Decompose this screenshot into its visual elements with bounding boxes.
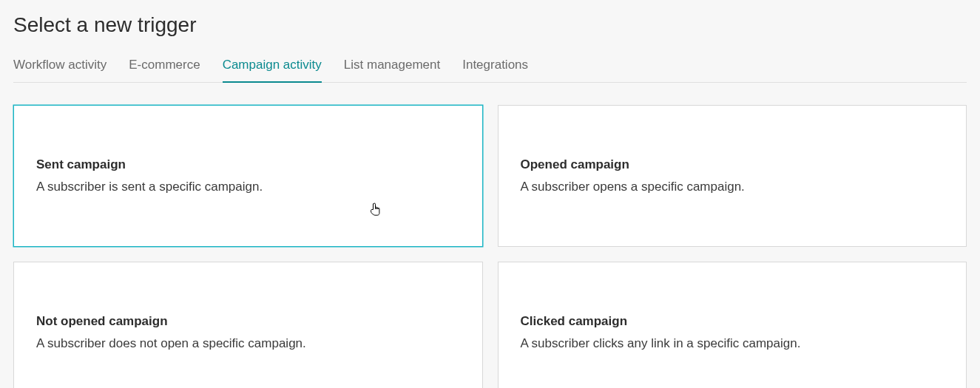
page-title: Select a new trigger [13, 13, 967, 37]
card-desc: A subscriber is sent a specific campaign… [36, 180, 460, 194]
card-clicked-campaign[interactable]: Clicked campaign A subscriber clicks any… [498, 262, 967, 388]
card-opened-campaign[interactable]: Opened campaign A subscriber opens a spe… [498, 105, 967, 247]
card-not-opened-campaign[interactable]: Not opened campaign A subscriber does no… [13, 262, 483, 388]
card-title: Clicked campaign [521, 314, 944, 329]
tab-workflow-activity[interactable]: Workflow activity [13, 58, 107, 83]
card-title: Not opened campaign [36, 314, 460, 329]
tab-integrations[interactable]: Integrations [462, 58, 528, 83]
card-desc: A subscriber opens a specific campaign. [521, 180, 944, 194]
tab-list-management[interactable]: List management [344, 58, 440, 83]
card-desc: A subscriber does not open a specific ca… [36, 336, 460, 351]
tabs-bar: Workflow activity E-commerce Campaign ac… [13, 58, 967, 83]
card-title: Opened campaign [521, 157, 944, 172]
tab-campaign-activity[interactable]: Campaign activity [223, 58, 322, 83]
card-sent-campaign[interactable]: Sent campaign A subscriber is sent a spe… [13, 105, 483, 247]
card-title: Sent campaign [36, 157, 460, 172]
trigger-cards-grid: Sent campaign A subscriber is sent a spe… [13, 105, 967, 388]
tab-e-commerce[interactable]: E-commerce [129, 58, 200, 83]
card-desc: A subscriber clicks any link in a specif… [521, 336, 944, 351]
